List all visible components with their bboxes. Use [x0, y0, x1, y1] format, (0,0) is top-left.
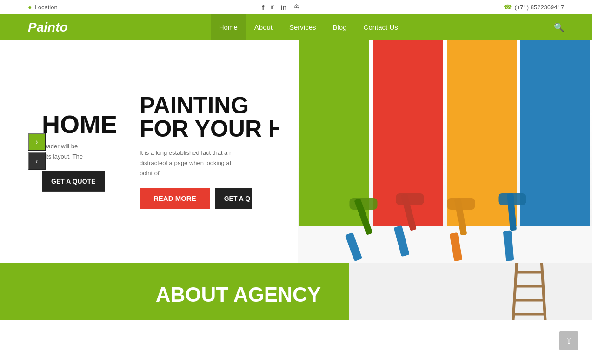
- top-bar-phone: ☎ (+71) 8522369417: [504, 3, 564, 11]
- color-stripes: [298, 40, 592, 235]
- nav-link-home[interactable]: Home: [211, 14, 246, 40]
- hero-slide-1: HOME reader will be t its layout. The Ge…: [42, 112, 117, 192]
- location-icon: ●: [28, 3, 32, 11]
- nav-item-services[interactable]: Services: [281, 14, 325, 40]
- about-section: About Agency: [0, 263, 592, 320]
- painting-subtitle: FOR YOUR H: [140, 117, 279, 140]
- nav-item-contact[interactable]: Contact Us: [355, 14, 406, 40]
- location-label: Location: [34, 4, 57, 11]
- hero-right-image: [298, 40, 592, 263]
- painting-title: PAINTING: [140, 94, 298, 117]
- top-bar-location: ● Location: [28, 3, 58, 11]
- hero-buttons-1: Get A Quote: [42, 171, 117, 192]
- slide-controls: › ‹: [28, 133, 46, 170]
- hero-buttons-2: Read More Get A Q: [140, 188, 298, 209]
- hero-desc-p2: distracteof a page when looking at: [140, 158, 251, 168]
- about-right: [349, 263, 592, 320]
- nav-link-about[interactable]: About: [246, 14, 281, 40]
- slide-next-button[interactable]: ›: [28, 133, 46, 151]
- nav-item-blog[interactable]: Blog: [325, 14, 355, 40]
- hero-desc-line2: t its layout. The: [42, 152, 117, 162]
- social-links: f 𝕣 in ♔: [262, 3, 299, 11]
- stripe-orange: [447, 40, 517, 235]
- hero-desc-1: reader will be t its layout. The: [42, 141, 117, 162]
- twitter-link[interactable]: 𝕣: [271, 3, 274, 11]
- about-left: About Agency: [0, 263, 349, 320]
- stripe-blue: [520, 40, 590, 235]
- nav-link-blog[interactable]: Blog: [325, 14, 355, 40]
- search-icon[interactable]: 🔍: [554, 22, 564, 33]
- get-quote-button-2[interactable]: Get A Q: [215, 188, 252, 209]
- top-bar: ● Location f 𝕣 in ♔ ☎ (+71) 8522369417: [0, 0, 592, 14]
- nav-item-about[interactable]: About: [246, 14, 281, 40]
- linkedin-link[interactable]: in: [280, 3, 286, 11]
- slide-prev-button[interactable]: ‹: [28, 152, 46, 170]
- nav-item-home[interactable]: Home: [211, 14, 246, 40]
- read-more-button[interactable]: Read More: [140, 188, 210, 209]
- hero-section: › ‹ HOME reader will be t its layout. Th…: [0, 40, 592, 263]
- brand-logo[interactable]: Painto: [28, 20, 68, 35]
- navbar: Painto Home About Services Blog Contact …: [0, 14, 592, 40]
- facebook-link[interactable]: f: [262, 3, 264, 11]
- stripe-green: [299, 40, 369, 235]
- phone-icon: ☎: [504, 3, 512, 11]
- get-quote-button-1[interactable]: Get A Quote: [42, 171, 105, 192]
- nav-link-contact[interactable]: Contact Us: [355, 14, 406, 40]
- hero-desc-2: It is a long established fact that a r d…: [140, 148, 251, 179]
- about-title: About Agency: [156, 283, 321, 306]
- paint-rollers-bg: [298, 40, 592, 263]
- hero-title-home: HOME: [42, 112, 117, 137]
- wall-bottom: [298, 226, 592, 263]
- phone-number: (+71) 8522369417: [514, 4, 564, 11]
- ladder-image: [508, 263, 555, 320]
- hero-desc-p1: It is a long established fact that a r: [140, 148, 251, 158]
- instagram-link[interactable]: ♔: [293, 3, 299, 11]
- hero-desc-p3: point of: [140, 169, 251, 179]
- stripe-red: [373, 40, 443, 235]
- hero-slide-2: PAINTING FOR YOUR H It is a long establi…: [140, 94, 298, 209]
- hero-desc-line1: reader will be: [42, 141, 117, 152]
- nav-menu: Home About Services Blog Contact Us: [211, 14, 406, 40]
- nav-link-services[interactable]: Services: [281, 14, 325, 40]
